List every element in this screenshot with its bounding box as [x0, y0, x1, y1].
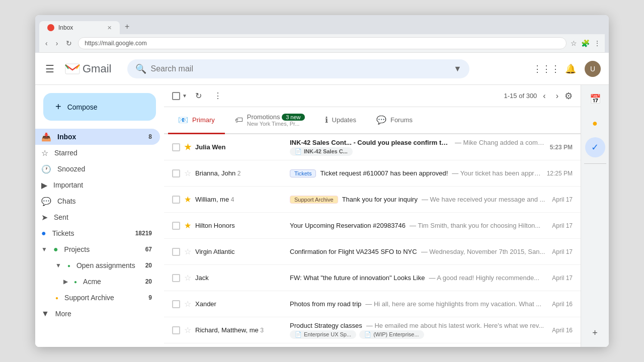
sidebar: + Compose 📥 Inbox 8 ☆ Starred 🕐 Snoozed	[35, 85, 164, 347]
email-preview: — Your ticket has been appro...	[452, 169, 542, 177]
sidebar-label-chats: Chats	[57, 197, 76, 205]
avatar[interactable]: U	[585, 61, 601, 77]
more-options-button[interactable]: ⋮	[210, 89, 226, 103]
email-subject: FW: What "the future of innovation" Look…	[290, 274, 425, 282]
star-button[interactable]: ★	[184, 195, 191, 204]
new-tab-button[interactable]: +	[120, 19, 134, 34]
email-tag: Tickets	[290, 169, 316, 177]
sidebar-item-acme[interactable]: ▶ ● Acme 20	[35, 274, 160, 290]
star-button[interactable]: ☆	[184, 325, 191, 335]
search-dropdown-icon[interactable]: ▼	[454, 64, 462, 73]
row-checkbox[interactable]	[172, 143, 180, 151]
url-bar[interactable]: https://mail.google.com	[78, 37, 567, 49]
inbox-badge: 8	[148, 133, 152, 140]
header-right: ⋮⋮⋮ 🔔 U	[536, 59, 601, 79]
snoozed-icon: 🕐	[41, 164, 51, 174]
back-button[interactable]: ‹	[43, 38, 50, 48]
tab-primary[interactable]: 📧 Primary	[168, 107, 225, 134]
email-row[interactable]: ☆ Jack FW: What "the future of innovatio…	[164, 265, 581, 291]
email-row[interactable]: ★ Julia Wen INK-42 Sales Cont... - Could…	[164, 134, 581, 160]
star-button[interactable]: ★	[184, 221, 191, 230]
sidebar-item-inbox[interactable]: 📥 Inbox 8	[35, 129, 160, 145]
sidebar-item-open-assignments[interactable]: ▼ ● Open assignments 20	[35, 257, 160, 274]
row-checkbox[interactable]	[172, 300, 180, 308]
star-button[interactable]: ☆	[184, 273, 191, 283]
email-row[interactable]: ☆ Peter, Shalini 2 Business trip — Hi, I…	[164, 343, 581, 347]
tab-promotions[interactable]: 🏷 Promotions 3 new New York Times, Pr...	[225, 107, 315, 134]
sidebar-item-tickets[interactable]: ● Tickets 18219	[35, 225, 160, 241]
compose-button[interactable]: + Compose	[43, 93, 156, 121]
next-page-button[interactable]: ›	[552, 89, 562, 103]
sidebar-label-tickets: Tickets	[52, 229, 74, 237]
sidebar-label-projects: Projects	[64, 245, 90, 253]
select-all-checkbox[interactable]	[172, 92, 180, 100]
tab-close-button[interactable]: ✕	[107, 25, 112, 31]
sidebar-item-support-archive[interactable]: ● Support Archive 9	[35, 290, 160, 306]
tab-updates[interactable]: ℹ Updates	[315, 107, 366, 134]
settings-button[interactable]: ⚙	[565, 90, 573, 102]
email-sender: Julia Wen	[195, 143, 286, 151]
star-button[interactable]: ☆	[184, 299, 191, 309]
star-button[interactable]: ☆	[184, 168, 191, 178]
row-checkbox[interactable]	[172, 248, 180, 256]
email-row[interactable]: ☆ Richard, Matthew, me 3 Product Strateg…	[164, 317, 581, 343]
email-line1: Product Strategy classes — He emailed me…	[290, 322, 548, 329]
search-bar[interactable]: 🔍 ▼	[127, 59, 469, 78]
gmail-app: ☰ Gmail 🔍 ▼ ⋮⋮⋮ 🔔	[35, 53, 609, 347]
tab-forums[interactable]: 💬 Forums	[366, 107, 423, 134]
sidebar-item-chats[interactable]: 💬 Chats	[35, 193, 160, 209]
prev-page-button[interactable]: ‹	[539, 89, 549, 103]
row-checkbox[interactable]	[172, 196, 180, 204]
forward-button[interactable]: ›	[54, 38, 60, 48]
refresh-mail-button[interactable]: ↻	[191, 89, 206, 103]
email-row[interactable]: ★ Hilton Honors Your Upcoming Reservatio…	[164, 213, 581, 239]
contacts-panel-button[interactable]: ●	[585, 113, 605, 133]
sidebar-item-sent[interactable]: ➤ Sent	[35, 209, 160, 225]
open-assignments-icon: ●	[67, 263, 70, 268]
star-button[interactable]: ★	[184, 142, 191, 152]
menu-icon[interactable]: ⋮	[594, 39, 601, 47]
email-line1: Tickets Ticket request #610007 has been …	[290, 169, 543, 177]
attachment-chip: 📄 (WIP) Enterprise...	[359, 330, 424, 339]
sidebar-item-more[interactable]: ▼ More	[35, 306, 160, 322]
add-panel-button[interactable]: +	[585, 323, 605, 343]
row-checkbox[interactable]	[172, 326, 180, 334]
apps-button[interactable]: ⋮⋮⋮	[536, 59, 556, 79]
select-chevron[interactable]: ▼	[182, 93, 187, 99]
email-time: 5:23 PM	[550, 144, 573, 151]
row-checkbox[interactable]	[172, 222, 180, 230]
email-preview: — He emailed me about his latest work. H…	[366, 322, 544, 329]
browser-tab-active[interactable]: Inbox ✕	[39, 21, 120, 34]
email-row[interactable]: ☆ Virgin Atlantic Confirmation for Fligh…	[164, 239, 581, 265]
mail-nav-arrows: ‹ ›	[539, 89, 562, 103]
sent-icon: ➤	[41, 213, 48, 222]
row-checkbox[interactable]	[172, 169, 180, 177]
sidebar-item-starred[interactable]: ☆ Starred	[35, 145, 160, 161]
email-line1: Support Archive Thank you for your inqui…	[290, 196, 548, 204]
tasks-panel-button[interactable]: ✓	[585, 137, 605, 157]
hamburger-menu-button[interactable]: ☰	[43, 61, 56, 77]
refresh-button[interactable]: ↻	[64, 38, 74, 48]
email-preview: — Mike Chang added a comment	[455, 139, 546, 146]
bookmark-icon[interactable]: ☆	[571, 39, 577, 47]
star-button[interactable]: ☆	[184, 247, 191, 256]
extensions-icon[interactable]: 🧩	[581, 39, 590, 47]
email-row[interactable]: ☆ Brianna, John 2 Tickets Ticket request…	[164, 160, 581, 187]
search-input[interactable]	[150, 64, 449, 73]
email-row-content: FW: What "the future of innovation" Look…	[290, 274, 548, 282]
sidebar-item-projects[interactable]: ▼ ● Projects 67	[35, 241, 160, 257]
email-row-content: INK-42 Sales Cont... - Could you please …	[290, 139, 546, 156]
row-checkbox[interactable]	[172, 274, 180, 282]
email-row[interactable]: ★ William, me 4 Support Archive Thank yo…	[164, 187, 581, 213]
sidebar-item-snoozed[interactable]: 🕐 Snoozed	[35, 161, 160, 177]
select-all-area[interactable]: ▼	[172, 92, 187, 100]
sidebar-label-acme: Acme	[83, 278, 101, 286]
sidebar-label-inbox: Inbox	[57, 133, 76, 141]
toolbar-icons: ☆ 🧩 ⋮	[571, 39, 601, 47]
calendar-panel-button[interactable]: 📅	[585, 89, 605, 109]
notifications-button[interactable]: 🔔	[560, 59, 581, 79]
email-row[interactable]: ☆ Xander Photos from my road trip — Hi a…	[164, 291, 581, 317]
email-line1: Your Upcoming Reservation #20983746 — Ti…	[290, 222, 548, 229]
sidebar-item-important[interactable]: ▶ Important	[35, 177, 160, 193]
browser-tabs: Inbox ✕ +	[39, 19, 605, 34]
